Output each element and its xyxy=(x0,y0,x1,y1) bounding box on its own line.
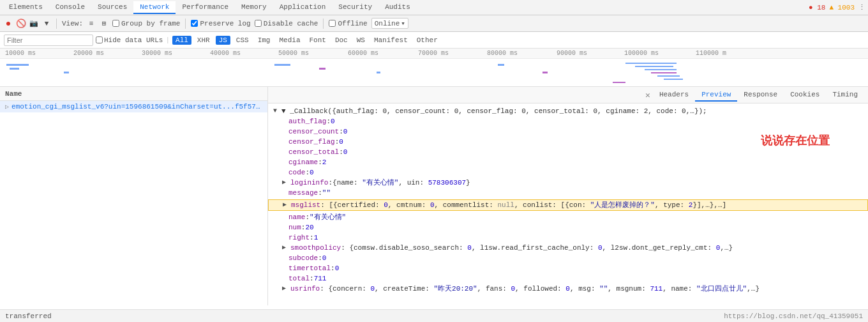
request-list-header: Name xyxy=(0,87,267,101)
warning-badge: ▲ 1003 xyxy=(829,4,855,12)
detail-panel: ✕ Headers Preview Response Cookies Timin… xyxy=(268,87,868,305)
expand-smoothpolicy-icon[interactable]: ▶ xyxy=(282,243,288,253)
timeline-labels: 10000 ms 20000 ms 30000 ms 40000 ms 5000… xyxy=(0,49,868,59)
offline-input[interactable] xyxy=(329,20,336,27)
filter-media[interactable]: Media xyxy=(276,36,303,45)
json-line-total: total : 711 xyxy=(268,273,868,284)
preserve-log-checkbox[interactable]: Preserve log xyxy=(191,20,250,27)
filter-js[interactable]: JS xyxy=(216,36,230,45)
status-bar: transferred https://blog.csdn.net/qq_413… xyxy=(0,309,868,322)
timeline-label-1: 20000 ms xyxy=(73,50,104,57)
timeline-area: 10000 ms 20000 ms 30000 ms 40000 ms 5000… xyxy=(0,49,868,87)
more-options-icon[interactable]: ⋮ xyxy=(858,3,865,12)
timeline-label-10: 110000 m xyxy=(696,50,726,57)
hide-data-urls-checkbox[interactable]: Hide data URLs xyxy=(96,36,163,44)
error-badge: ● 18 xyxy=(809,4,825,12)
detail-tab-preview[interactable]: Preview xyxy=(695,89,737,102)
network-toolbar: ● 🚫 📷 ▼ View: ≡ ⊞ Group by frame Preserv… xyxy=(0,15,868,32)
status-right: https://blog.csdn.net/qq_41359051 xyxy=(724,312,863,320)
filter-doc[interactable]: Doc xyxy=(332,36,351,45)
tab-audits[interactable]: Audits xyxy=(378,1,417,14)
request-list: Name ▷ emotion_cgi_msglist_v6?uin=159686… xyxy=(0,87,268,305)
hide-data-urls-input[interactable] xyxy=(96,36,103,43)
json-top-text: ▼ _Callback({auth_flag: 0, censor_count:… xyxy=(281,106,707,116)
filter-img[interactable]: Img xyxy=(255,36,274,45)
json-line-censortotal: censor_total : 0 xyxy=(268,147,868,157)
timeline-label-0: 10000 ms xyxy=(5,50,36,57)
view-label: View: xyxy=(62,20,83,27)
json-line-name: name : "有关心情" xyxy=(268,212,868,222)
tab-console[interactable]: Console xyxy=(49,1,91,14)
timeline-label-4: 50000 ms xyxy=(278,50,309,57)
filter-icon[interactable]: ▼ xyxy=(42,19,51,28)
preserve-log-input[interactable] xyxy=(191,20,198,27)
toolbar-divider-3 xyxy=(323,19,324,29)
json-line-timertotal: timertotal : 0 xyxy=(268,263,868,273)
filter-font[interactable]: Font xyxy=(306,36,329,45)
detail-tab-cookies[interactable]: Cookies xyxy=(784,89,826,102)
clear-icon[interactable]: 🚫 xyxy=(17,19,26,28)
timeline-label-6: 70000 ms xyxy=(418,50,449,57)
expand-msglist-icon[interactable]: ▶ xyxy=(283,200,289,210)
expand-icon-top[interactable]: ▼ xyxy=(273,106,280,116)
tab-security[interactable]: Security xyxy=(332,1,378,14)
timeline-label-9: 100000 ms xyxy=(624,50,659,57)
online-selector[interactable]: Online ▾ xyxy=(371,18,408,29)
toolbar-divider-1 xyxy=(56,19,57,29)
json-line-num: num : 20 xyxy=(268,222,868,233)
disable-cache-checkbox[interactable]: Disable cache xyxy=(255,20,318,27)
request-name: emotion_cgi_msglist_v6?uin=1596861509&in… xyxy=(11,103,262,111)
json-top-line[interactable]: ▼ ▼ _Callback({auth_flag: 0, censor_coun… xyxy=(268,106,868,116)
filter-input[interactable] xyxy=(4,34,93,46)
filter-row: Hide data URLs | All XHR JS CSS Img Medi… xyxy=(0,32,868,49)
toolbar-divider-2 xyxy=(185,19,186,29)
json-line-usrinfo[interactable]: ▶ usrinfo : {concern: 0, createTime: "昨天… xyxy=(268,284,868,294)
expand-logininfo-icon[interactable]: ▶ xyxy=(282,178,288,188)
filter-css[interactable]: CSS xyxy=(233,36,252,45)
json-line-message: message : "" xyxy=(268,188,868,198)
screenshot-icon[interactable]: 📷 xyxy=(29,19,38,28)
json-key-authflag: auth_flag xyxy=(288,116,326,126)
tab-actions: ● 18 ▲ 1003 ⋮ xyxy=(809,3,865,12)
detail-tab-response[interactable]: Response xyxy=(737,89,784,102)
status-left: transferred xyxy=(5,312,52,320)
detail-tab-timing[interactable]: Timing xyxy=(826,89,864,102)
tab-elements[interactable]: Elements xyxy=(3,1,49,14)
tab-performance[interactable]: Performance xyxy=(176,1,235,14)
detail-tabs: ✕ Headers Preview Response Cookies Timin… xyxy=(268,87,868,103)
record-icon[interactable]: ● xyxy=(4,19,13,28)
json-content: 说说存在位置 ▼ ▼ _Callback({auth_flag: 0, cens… xyxy=(268,103,868,305)
list-view-icon[interactable]: ≡ xyxy=(87,19,96,28)
filter-manifest[interactable]: Manifest xyxy=(371,36,411,45)
offline-checkbox[interactable]: Offline xyxy=(329,20,367,27)
json-line-censorcount: censor_count : 0 xyxy=(268,126,868,137)
timeline-label-8: 90000 ms xyxy=(557,50,587,57)
json-line-subcode: subcode : 0 xyxy=(268,253,868,263)
json-line-smoothpolicy[interactable]: ▶ smoothpolicy : {comsw.disable_soso_sea… xyxy=(268,243,868,253)
detail-tab-headers[interactable]: Headers xyxy=(653,89,695,102)
group-by-frame-checkbox[interactable]: Group by frame xyxy=(112,20,180,27)
expand-usrinfo-icon[interactable]: ▶ xyxy=(282,284,288,294)
request-item[interactable]: ▷ emotion_cgi_msglist_v6?uin=1596861509&… xyxy=(0,101,267,112)
main-area: Name ▷ emotion_cgi_msglist_v6?uin=159686… xyxy=(0,87,868,305)
disable-cache-input[interactable] xyxy=(255,20,262,27)
filter-xhr[interactable]: XHR xyxy=(194,36,213,45)
filter-ws[interactable]: WS xyxy=(354,36,368,45)
tab-memory[interactable]: Memory xyxy=(235,1,273,14)
tab-sources[interactable]: Sources xyxy=(91,1,133,14)
filter-other[interactable]: Other xyxy=(414,36,441,45)
tab-network[interactable]: Network xyxy=(133,1,176,14)
json-line-logininfo[interactable]: ▶ logininfo : {name: "有关心情", uin: 578306… xyxy=(268,178,868,188)
request-type-icon: ▷ xyxy=(5,103,9,111)
group-by-frame-input[interactable] xyxy=(112,20,119,27)
timeline-label-7: 80000 ms xyxy=(487,50,518,57)
tab-application[interactable]: Application xyxy=(273,1,333,14)
json-line-censorflag: censor_flag : 0 xyxy=(268,137,868,147)
timeline-label-3: 40000 ms xyxy=(210,50,241,57)
filter-all[interactable]: All xyxy=(172,36,191,45)
grid-view-icon[interactable]: ⊞ xyxy=(100,19,108,28)
devtools-tab-bar: Elements Console Sources Network Perform… xyxy=(0,0,868,15)
close-detail-icon[interactable]: ✕ xyxy=(643,90,653,100)
json-line-msglist[interactable]: ▶ msglist : [{certified: 0, cmtnum: 0, c… xyxy=(268,199,868,211)
timeline-label-2: 30000 ms xyxy=(142,50,172,57)
